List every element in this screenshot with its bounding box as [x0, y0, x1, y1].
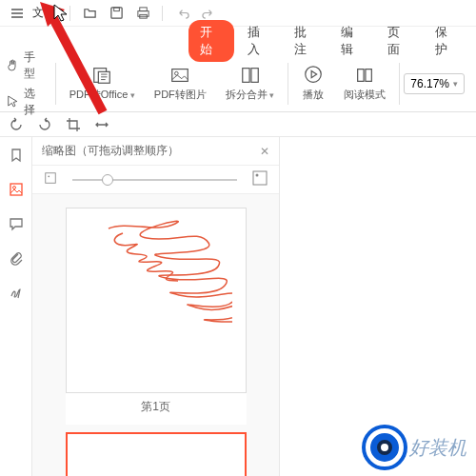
svg-point-13	[12, 187, 15, 189]
watermark-text: 好装机	[409, 435, 466, 461]
thumbnail-header: 缩略图（可拖动调整顺序） ✕	[32, 137, 279, 166]
select-label: 选择	[24, 86, 46, 118]
signature-icon[interactable]	[6, 282, 27, 303]
pdf-to-office-button[interactable]: PDF转Office ▾	[60, 65, 145, 102]
play-label: 播放	[303, 88, 324, 102]
thumbnail-panel: 缩略图（可拖动调整顺序） ✕ 第1页	[32, 137, 280, 476]
menu-start[interactable]: 开始	[188, 20, 233, 62]
svg-rect-14	[46, 172, 56, 183]
menu-edit[interactable]: 编辑	[329, 20, 374, 62]
svg-rect-7	[172, 69, 188, 82]
svg-point-11	[306, 67, 322, 83]
thumbnail-controls	[32, 166, 279, 194]
pdf-to-image-button[interactable]: PDF转图片	[145, 65, 216, 102]
sub-toolbar	[0, 112, 476, 137]
menu-insert[interactable]: 插入	[236, 20, 281, 62]
main-area: 缩略图（可拖动调整顺序） ✕ 第1页	[0, 137, 476, 476]
svg-rect-9	[242, 69, 248, 83]
zoom-dropdown[interactable]: 76.17%▾	[404, 73, 465, 94]
hand-tool[interactable]: 手型	[6, 50, 46, 82]
thumbnail-title: 缩略图（可拖动调整顺序）	[42, 143, 179, 159]
play-button[interactable]: 播放	[292, 65, 334, 102]
undo-icon[interactable]	[170, 2, 193, 25]
sidebar	[0, 137, 32, 476]
thumbnail-item-1[interactable]: 第1页	[66, 208, 247, 425]
select-tool[interactable]: 选择	[6, 86, 46, 118]
open-folder-icon[interactable]	[78, 2, 101, 25]
svg-rect-0	[110, 8, 121, 18]
crop-icon[interactable]	[63, 114, 84, 135]
svg-rect-6	[99, 71, 110, 83]
hamburger-icon[interactable]	[6, 2, 29, 25]
thumbnail-item-2[interactable]	[66, 432, 247, 476]
menu-page[interactable]: 页面	[376, 20, 421, 62]
pdf-image-label: PDF转图片	[154, 88, 207, 102]
separator	[55, 63, 56, 105]
page-content-scribble	[80, 214, 232, 328]
pdf-office-label: PDF转Office	[69, 89, 129, 100]
thumbnail-icon[interactable]	[6, 179, 27, 200]
thumbnail-list: 第1页	[32, 194, 279, 476]
watermark: 好装机	[366, 428, 466, 466]
split-merge-button[interactable]: 拆分合并 ▾	[216, 65, 285, 102]
thumbnail-size-slider[interactable]	[72, 179, 237, 181]
close-icon[interactable]: ✕	[260, 145, 269, 158]
separator	[399, 63, 400, 105]
separator	[288, 63, 288, 105]
menu-protect[interactable]: 保护	[424, 20, 468, 62]
menu-annotate[interactable]: 批注	[283, 20, 327, 62]
separator	[69, 6, 70, 21]
separator	[162, 6, 163, 21]
view-large-icon[interactable]	[252, 170, 268, 189]
rotate-left-icon[interactable]	[6, 114, 27, 135]
view-small-icon[interactable]	[44, 171, 57, 188]
svg-point-8	[175, 71, 179, 75]
menubar: 开始 插入 批注 编辑 页面 保护	[0, 27, 476, 55]
fit-width-icon[interactable]	[91, 114, 112, 135]
svg-rect-10	[250, 69, 257, 83]
toolbar: 手型 选择 PDF转Office ▾ PDF转图片 拆分合并 ▾ 播放 阅读模式…	[0, 55, 476, 112]
rotate-right-icon[interactable]	[34, 114, 55, 135]
read-mode-button[interactable]: 阅读模式	[334, 65, 395, 102]
slider-thumb[interactable]	[102, 174, 113, 186]
split-merge-label: 拆分合并	[226, 89, 268, 100]
svg-rect-12	[10, 184, 22, 195]
hand-label: 手型	[24, 50, 46, 82]
svg-rect-16	[253, 171, 267, 185]
attachment-icon[interactable]	[6, 248, 27, 268]
bookmark-icon[interactable]	[6, 145, 27, 166]
svg-rect-2	[139, 8, 147, 11]
read-mode-label: 阅读模式	[344, 88, 386, 102]
zoom-value: 76.17%	[410, 77, 449, 90]
file-menu[interactable]: 文件▾	[32, 5, 62, 21]
print-icon[interactable]	[131, 2, 154, 25]
svg-point-15	[48, 175, 50, 177]
comment-icon[interactable]	[6, 213, 27, 234]
save-icon[interactable]	[105, 2, 128, 25]
svg-point-17	[256, 173, 259, 176]
file-menu-label: 文件	[32, 5, 55, 21]
watermark-logo-icon	[366, 428, 404, 466]
thumbnail-label: 第1页	[66, 393, 247, 425]
